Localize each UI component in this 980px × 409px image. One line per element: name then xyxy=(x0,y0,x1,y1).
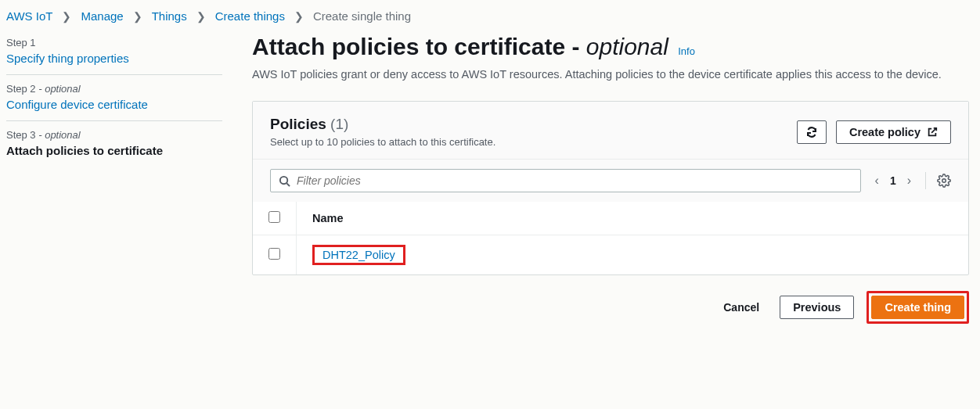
filter-input[interactable] xyxy=(297,174,852,187)
divider xyxy=(925,172,926,189)
create-thing-button[interactable]: Create thing xyxy=(871,296,964,319)
previous-button[interactable]: Previous xyxy=(780,296,854,319)
select-all-checkbox[interactable] xyxy=(268,211,280,223)
highlight-box: Create thing xyxy=(867,291,969,324)
breadcrumb-current: Create single thing xyxy=(313,9,411,23)
chevron-right-icon: › xyxy=(907,174,911,187)
panel-title-count: (1) xyxy=(330,116,348,132)
create-policy-label: Create policy xyxy=(849,126,921,138)
filter-box xyxy=(270,169,861,192)
chevron-right-icon: ❯ xyxy=(196,10,206,23)
page-title-optional: optional xyxy=(586,34,668,59)
policies-table: Name DHT22_Policy xyxy=(253,202,968,274)
wizard-steps-sidebar: Step 1 Specify thing properties Step 2 -… xyxy=(6,29,241,324)
wizard-step-title-link[interactable]: Specify thing properties xyxy=(6,52,129,65)
select-all-header xyxy=(253,202,297,235)
wizard-step-title-current: Attach policies to certificate xyxy=(6,144,222,157)
info-link[interactable]: Info xyxy=(678,45,695,57)
chevron-right-icon: ❯ xyxy=(133,10,142,23)
breadcrumb-manage[interactable]: Manage xyxy=(81,9,123,23)
wizard-step-3: Step 3 - optional Attach policies to cer… xyxy=(6,121,222,167)
panel-toolbar: ‹ 1 › xyxy=(253,160,968,202)
wizard-step-2: Step 2 - optional Configure device certi… xyxy=(6,75,222,121)
policy-link[interactable]: DHT22_Policy xyxy=(322,249,395,261)
footer-actions: Cancel Previous Create thing xyxy=(252,291,969,324)
page-title: Attach policies to certificate - optiona… xyxy=(252,34,969,60)
wizard-step-label: Step 2 - optional xyxy=(6,83,222,95)
page-description: AWS IoT policies grant or deny access to… xyxy=(252,66,957,82)
wizard-step-title-link[interactable]: Configure device certificate xyxy=(6,98,148,111)
page-number: 1 xyxy=(890,174,896,187)
create-policy-button[interactable]: Create policy xyxy=(836,120,951,144)
policies-panel: Policies (1) Select up to 10 policies to… xyxy=(252,101,969,275)
settings-button[interactable] xyxy=(937,174,951,188)
panel-actions: Create policy xyxy=(797,120,951,144)
search-icon xyxy=(279,175,290,187)
row-checkbox-cell xyxy=(253,235,297,275)
panel-title: Policies (1) xyxy=(270,116,495,133)
breadcrumb-create-things[interactable]: Create things xyxy=(215,9,285,23)
wizard-step-optional: - optional xyxy=(38,83,80,95)
breadcrumb-things[interactable]: Things xyxy=(152,9,187,23)
cancel-button[interactable]: Cancel xyxy=(715,296,767,318)
chevron-right-icon: ❯ xyxy=(294,10,304,23)
prev-page-button[interactable]: ‹ xyxy=(872,172,882,189)
wizard-step-label: Step 3 - optional xyxy=(6,129,222,141)
wizard-step-1: Step 1 Specify thing properties xyxy=(6,29,222,75)
svg-point-0 xyxy=(280,177,287,184)
breadcrumb-aws-iot[interactable]: AWS IoT xyxy=(6,9,52,23)
column-header-name[interactable]: Name xyxy=(297,202,969,235)
wizard-step-label-text: Step 3 xyxy=(6,129,36,141)
wizard-step-optional: - optional xyxy=(38,129,80,141)
wizard-step-label-text: Step 2 xyxy=(6,83,36,95)
row-name-cell: DHT22_Policy xyxy=(297,235,969,275)
chevron-right-icon: ❯ xyxy=(62,10,71,23)
refresh-icon xyxy=(805,126,818,138)
external-link-icon xyxy=(927,127,938,138)
page-title-text: Attach policies to certificate - xyxy=(252,34,579,59)
panel-header: Policies (1) Select up to 10 policies to… xyxy=(253,102,968,160)
gear-icon xyxy=(937,174,951,188)
highlight-box: DHT22_Policy xyxy=(312,245,405,265)
table-row: DHT22_Policy xyxy=(253,235,968,275)
chevron-left-icon: ‹ xyxy=(875,174,879,187)
svg-point-1 xyxy=(942,179,946,183)
row-checkbox[interactable] xyxy=(268,248,280,260)
pagination: ‹ 1 › xyxy=(872,172,914,189)
next-page-button[interactable]: › xyxy=(904,172,914,189)
panel-title-text: Policies xyxy=(270,116,326,132)
breadcrumb: AWS IoT ❯ Manage ❯ Things ❯ Create thing… xyxy=(0,0,980,29)
wizard-step-label: Step 1 xyxy=(6,37,222,48)
main-content: Attach policies to certificate - optiona… xyxy=(241,29,974,324)
refresh-button[interactable] xyxy=(797,120,827,144)
panel-subtitle: Select up to 10 policies to attach to th… xyxy=(270,136,495,148)
